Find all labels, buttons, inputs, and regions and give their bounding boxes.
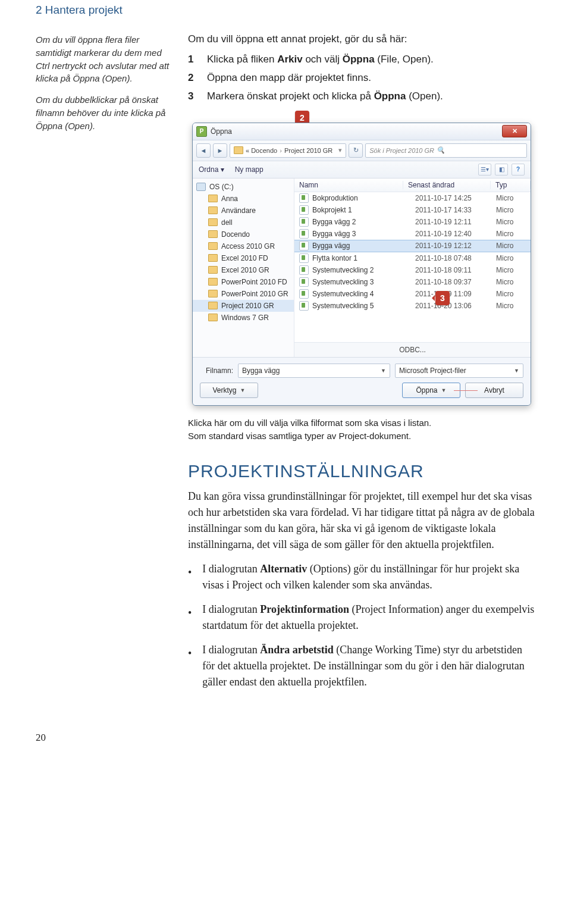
new-folder-button[interactable]: Ny mapp [235,165,263,174]
project-file-icon [299,217,309,227]
breadcrumb[interactable]: « Docendo › Project 2010 GR ▾ [230,143,346,158]
figure-caption: Klicka här om du vill välja vilka filfor… [188,416,535,443]
bullet-item: I dialogrutan Alternativ (Options) gör d… [202,561,535,593]
step-2: Öppna den mapp där projektet finns. [207,70,535,86]
callout-3: 3 [435,291,450,305]
organize-menu[interactable]: Ordna ▾ [199,165,224,174]
odbc-button[interactable]: ODBC... [294,342,531,357]
folder-icon [208,278,218,286]
bullet-list: •I dialogrutan Alternativ (Options) gör … [188,561,535,690]
help-icon[interactable]: ? [512,164,525,176]
tree-item[interactable]: Anna [193,193,294,205]
tree-item[interactable]: PowerPoint 2010 GR [193,288,294,300]
folder-tree[interactable]: OS (C:) AnnaAnvändaredellDocendoAccess 2… [193,178,294,357]
project-file-icon [299,229,309,239]
body-paragraph: Du kan göra vissa grundinställningar för… [188,488,535,553]
file-row[interactable]: Bygga vägg 32011-10-19 12:40Micro [294,228,531,240]
open-button[interactable]: Öppna▼ [402,383,460,398]
file-row[interactable]: Systemutveckling 22011-10-18 09:11Micro [294,264,531,276]
dialog-title: Öppna [211,127,232,136]
step-3: Markera önskat projekt och klicka på Öpp… [207,88,535,104]
file-row[interactable]: Systemutveckling 42011-10-19 11:09Micro [294,288,531,300]
filename-input[interactable]: Bygga vägg▼ [238,364,390,378]
folder-icon [208,195,218,202]
tree-item[interactable]: Användare [193,205,294,217]
close-button[interactable]: ✕ [502,125,527,137]
sidebar-note: Om du vill öppna flera filer samtidigt m… [36,33,172,140]
tree-item[interactable]: Docendo [193,228,294,240]
step-1: Klicka på fliken Arkiv och välj Öppna (F… [207,51,535,67]
folder-icon [208,254,218,262]
folder-icon [208,218,218,226]
preview-pane-icon[interactable]: ◧ [495,164,508,176]
section-heading: PROJEKTINSTÄLLNINGAR [188,461,535,481]
column-name[interactable]: Namn [294,181,403,189]
column-date[interactable]: Senast ändrad [403,181,491,189]
back-button[interactable]: ◄ [196,143,211,158]
file-row[interactable]: Systemutveckling 52011-10-20 13:06Micro [294,300,531,312]
project-file-icon [299,205,309,215]
filetype-select[interactable]: Microsoft Project-filer▼ [395,364,523,378]
file-list[interactable]: Bokproduktion2011-10-17 14:25MicroBokpro… [294,192,531,342]
file-row[interactable]: Bokprojekt 12011-10-17 14:33Micro [294,204,531,216]
folder-icon [208,266,218,274]
tree-item[interactable]: Excel 2010 FD [193,252,294,264]
forward-button[interactable]: ► [213,143,227,158]
project-file-icon [299,301,309,311]
folder-icon [208,206,218,214]
refresh-button[interactable]: ↻ [349,143,363,158]
column-type[interactable]: Typ [491,181,531,189]
chapter-heading: 2 Hantera projekt [36,0,535,33]
bullet-item: I dialogrutan Projektinformation (Projec… [202,602,535,634]
tree-item[interactable]: PowerPoint 2010 FD [193,276,294,288]
folder-icon [208,290,218,297]
file-row[interactable]: Bygga vägg2011-10-19 12:12Micro [294,240,531,252]
sidebar-paragraph: Om du dubbelklickar på önskat filnamn be… [36,93,172,132]
open-dialog: P Öppna ✕ ◄ ► « Docendo › Project 2010 G… [192,123,531,406]
project-app-icon: P [196,126,207,137]
search-icon: 🔍 [437,146,445,154]
intro-line: Om du vill öppna ett annat projekt, gör … [188,33,535,45]
page-number: 20 [36,732,535,744]
file-row[interactable]: Bygga vägg 22011-10-19 12:11Micro [294,216,531,228]
project-file-icon [299,253,309,263]
folder-icon [208,314,218,321]
drive-icon [196,183,206,191]
folder-icon [208,230,218,238]
bullet-item: I dialogrutan Ändra arbetstid (Change Wo… [202,642,535,690]
project-file-icon [299,241,309,250]
file-row[interactable]: Systemutveckling 32011-10-18 09:37Micro [294,276,531,288]
sidebar-paragraph: Om du vill öppna flera filer samtidigt m… [36,33,172,85]
folder-icon [208,302,218,309]
tree-item[interactable]: dell [193,217,294,228]
folder-icon [234,146,243,154]
filename-label: Filnamn: [200,367,233,375]
project-file-icon [299,193,309,203]
file-row[interactable]: Flytta kontor 12011-10-18 07:48Micro [294,252,531,264]
folder-icon [208,242,218,250]
project-file-icon [299,265,309,275]
view-options-icon[interactable]: ☰▾ [478,164,491,176]
tree-item[interactable]: Windows 7 GR [193,312,294,324]
project-file-icon [299,277,309,287]
file-row[interactable]: Bokproduktion2011-10-17 14:25Micro [294,192,531,204]
project-file-icon [299,289,309,299]
numbered-list: 1Klicka på fliken Arkiv och välj Öppna (… [188,51,535,105]
search-input[interactable]: Sök i Project 2010 GR 🔍 [365,143,527,158]
tree-item[interactable]: Excel 2010 GR [193,264,294,276]
tools-button[interactable]: Verktyg▼ [200,383,258,398]
tree-item[interactable]: Access 2010 GR [193,240,294,252]
tree-item[interactable]: Project 2010 GR [193,300,294,312]
